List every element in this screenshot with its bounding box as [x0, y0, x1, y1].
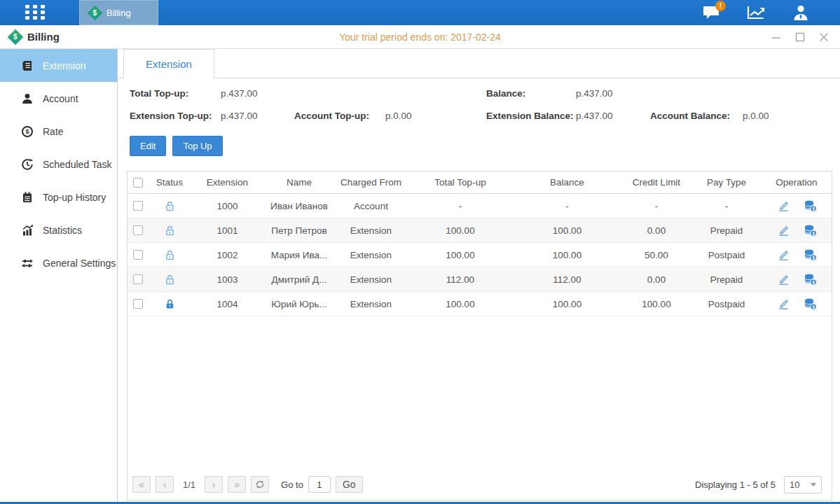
edit-icon[interactable] — [777, 224, 790, 237]
refresh-button[interactable] — [251, 476, 269, 493]
edit-icon[interactable] — [777, 248, 790, 261]
credit-limit-cell: - — [621, 201, 691, 211]
user-account-icon[interactable] — [791, 4, 811, 21]
topup-icon[interactable]: $ — [804, 200, 817, 212]
balance-cell: 112.00 — [513, 274, 621, 285]
pay-type-cell: Postpaid — [691, 250, 762, 260]
credit-limit-cell: 0.00 — [621, 274, 691, 285]
taskbar-item-billing[interactable]: $ Billing — [79, 0, 158, 25]
name-cell: Мария Ива... — [264, 250, 334, 260]
edit-icon[interactable] — [777, 200, 790, 212]
charged-from-cell: Extension — [334, 274, 408, 285]
sidebar-item-label: Rate — [43, 126, 64, 137]
column-header-balance[interactable]: Balance — [513, 177, 621, 188]
table-row[interactable]: 1002 Мария Ива... Extension 100.00 100.0… — [128, 243, 832, 267]
unlocked-icon[interactable] — [164, 249, 176, 261]
page-size-select[interactable]: 10 — [784, 476, 822, 493]
account-balance-value: p.0.00 — [743, 111, 769, 121]
sidebar-item-topup-history[interactable]: Top-up History — [0, 181, 117, 214]
edit-icon[interactable] — [777, 298, 790, 310]
row-checkbox[interactable] — [133, 225, 143, 235]
total-topup-cell: 100.00 — [408, 299, 513, 309]
history-clock-icon — [21, 158, 34, 171]
column-header-credit-limit[interactable]: Credit Limit — [621, 177, 691, 188]
credit-limit-cell: 50.00 — [621, 250, 691, 260]
edit-button[interactable]: Edit — [130, 136, 166, 156]
balance-cell: - — [513, 201, 621, 211]
total-topup-value: p.437.00 — [221, 88, 258, 99]
topup-icon[interactable]: $ — [804, 248, 817, 261]
sidebar-item-rate[interactable]: $ Rate — [0, 115, 117, 148]
row-checkbox[interactable] — [133, 201, 143, 211]
sidebar-item-account[interactable]: Account — [0, 82, 117, 115]
column-header-extension[interactable]: Extension — [191, 177, 264, 188]
column-header-charged-from[interactable]: Charged From — [334, 177, 408, 188]
goto-page-input[interactable] — [308, 476, 331, 493]
column-header-status[interactable]: Status — [149, 177, 191, 188]
maximize-icon[interactable] — [795, 32, 805, 42]
unlocked-icon[interactable] — [164, 225, 176, 237]
extension-balance-label: Extension Balance: — [486, 111, 574, 121]
name-cell: Иван Иванов — [264, 201, 334, 211]
svg-text:$: $ — [812, 231, 815, 237]
last-page-button[interactable]: » — [228, 476, 246, 493]
close-icon[interactable] — [819, 32, 829, 42]
column-header-total-topup[interactable]: Total Top-up — [408, 177, 513, 188]
account-topup-label: Account Top-up: — [294, 111, 369, 121]
extension-cell: 1000 — [191, 201, 264, 211]
window-titlebar: $ Billing Your trial period ends on: 201… — [0, 25, 840, 49]
page-indicator: 1/1 — [179, 479, 200, 490]
balance-cell: 100.00 — [513, 225, 621, 236]
total-topup-cell: 112.00 — [408, 274, 513, 285]
table-row[interactable]: 1003 Дмитрий Д... Extension 112.00 112.0… — [128, 267, 832, 292]
ledger-icon — [21, 59, 34, 72]
trial-notice: Your trial period ends on: 2017-02-24 — [0, 31, 840, 43]
extension-cell: 1001 — [191, 225, 264, 236]
sidebar-item-statistics[interactable]: Statistics — [0, 214, 117, 246]
topup-icon[interactable]: $ — [804, 224, 817, 237]
topup-icon[interactable]: $ — [804, 298, 817, 310]
app-launcher-icon[interactable] — [25, 5, 49, 20]
prev-page-button[interactable]: ‹ — [156, 476, 174, 493]
sidebar-item-scheduled-task[interactable]: Scheduled Task — [0, 148, 117, 181]
notification-badge: ! — [715, 1, 726, 11]
minimize-icon[interactable] — [771, 32, 781, 42]
sidebar: Extension Account $ Rate Scheduled Task — [0, 49, 118, 502]
next-page-button[interactable]: › — [205, 476, 223, 493]
balance-value: p.437.00 — [576, 88, 613, 99]
table-row[interactable]: 1001 Петр Петров Extension 100.00 100.00… — [128, 218, 832, 243]
select-all-checkbox[interactable] — [133, 178, 143, 188]
page-size-value: 10 — [790, 479, 799, 490]
sidebar-item-general-settings[interactable]: General Settings — [0, 246, 117, 279]
locked-icon[interactable] — [164, 298, 176, 310]
column-header-name[interactable]: Name — [264, 177, 334, 188]
svg-text:$: $ — [812, 206, 815, 212]
row-checkbox[interactable] — [133, 250, 143, 260]
topup-button[interactable]: Top Up — [172, 136, 222, 156]
row-checkbox[interactable] — [133, 274, 143, 284]
unlocked-icon[interactable] — [164, 274, 176, 286]
sidebar-item-label: Extension — [43, 60, 85, 71]
pay-type-cell: - — [691, 201, 762, 211]
table-row[interactable]: 1004 Юрий Юрь... Extension 100.00 100.00… — [128, 292, 832, 316]
total-topup-cell: 100.00 — [408, 250, 513, 260]
row-checkbox[interactable] — [133, 299, 143, 309]
first-page-button[interactable]: « — [132, 476, 151, 493]
go-button[interactable]: Go — [336, 476, 363, 493]
sidebar-item-extension[interactable]: Extension — [0, 49, 117, 82]
column-header-pay-type[interactable]: Pay Type — [691, 177, 762, 188]
tab-extension[interactable]: Extension — [123, 49, 214, 78]
column-header-operation[interactable]: Operation — [762, 177, 832, 188]
unlocked-icon[interactable] — [164, 200, 176, 212]
goto-label: Go to — [281, 479, 303, 490]
statistics-chart-icon[interactable] — [746, 4, 766, 21]
table-row[interactable]: 1000 Иван Иванов Account - - - - — [128, 194, 832, 218]
messages-icon[interactable]: ! — [701, 4, 721, 21]
charged-from-cell: Extension — [334, 250, 408, 260]
charged-from-cell: Extension — [334, 225, 408, 236]
edit-icon[interactable] — [777, 273, 790, 286]
svg-text:$: $ — [25, 128, 29, 135]
displaying-text: Displaying 1 - 5 of 5 — [695, 479, 776, 490]
sidebar-item-label: Scheduled Task — [43, 159, 112, 170]
topup-icon[interactable]: $ — [804, 273, 817, 286]
